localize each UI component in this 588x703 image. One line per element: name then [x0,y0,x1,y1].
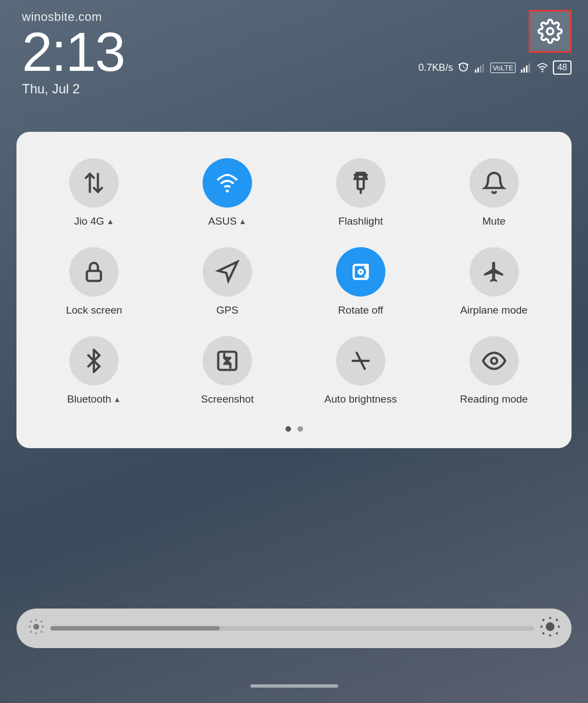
page-dots [27,426,561,432]
qs-item-autobrightness[interactable]: Auto brightness [294,326,428,415]
qs-item-flashlight[interactable]: Flashlight [294,148,428,237]
qs-label-autobrightness: Auto brightness [324,393,397,405]
svg-rect-3 [480,65,481,72]
qs-caret-bluetooth: ▲ [114,395,121,404]
qs-circle-readingmode [469,336,519,386]
settings-button[interactable] [529,10,572,53]
brightness-bar[interactable] [16,609,572,648]
qs-item-screenshot[interactable]: Screenshot [161,326,294,415]
qs-item-gps[interactable]: GPS [161,237,294,326]
svg-line-48 [543,633,544,634]
quick-settings-panel: Jio 4G▲ASUS▲FlashlightMuteLock screenGPS… [16,132,572,448]
clock-time: 2:13 [22,24,125,79]
svg-point-31 [491,358,497,364]
svg-rect-13 [357,179,363,189]
svg-line-49 [556,619,557,620]
svg-line-47 [556,633,557,634]
svg-rect-7 [526,65,528,72]
brightness-fill [51,626,220,631]
qs-label-bluetooth: Bluetooth▲ [67,393,121,405]
date-label: Thu, Jul 2 [22,81,125,97]
qs-item-jio4g[interactable]: Jio 4G▲ [27,148,161,237]
time-block: winosbite.com 2:13 Thu, Jul 2 [22,10,125,97]
svg-rect-18 [87,271,102,281]
qs-item-mute[interactable]: Mute [427,148,561,237]
svg-line-38 [41,632,42,633]
qs-item-wifi[interactable]: ASUS▲ [161,148,294,237]
svg-line-37 [31,621,32,622]
qs-circle-wifi [203,158,252,208]
svg-rect-4 [483,64,484,73]
svg-rect-1 [475,70,477,73]
svg-point-12 [226,189,229,193]
battery-label: 48 [553,60,572,75]
website-label: winosbite.com [22,10,125,24]
svg-rect-2 [478,68,479,72]
qs-label-rotateoff: Rotate off [338,304,383,316]
qs-circle-bluetooth [69,336,119,386]
svg-rect-5 [521,70,523,73]
qs-label-flashlight: Flashlight [338,215,383,227]
qs-caret-wifi: ▲ [239,217,247,226]
status-bar: winosbite.com 2:13 Thu, Jul 2 0.7KB/s Vo… [0,0,588,102]
page-dot-1 [298,426,303,432]
brightness-high-icon [540,616,561,641]
brightness-track[interactable] [51,626,534,631]
qs-item-bluetooth[interactable]: Bluetooth▲ [27,326,161,415]
qs-label-jio4g: Jio 4G▲ [74,215,114,227]
qs-grid: Jio 4G▲ASUS▲FlashlightMuteLock screenGPS… [27,148,561,415]
qs-circle-jio4g [69,158,119,208]
qs-circle-mute [469,158,519,208]
qs-circle-lockscreen [69,247,119,297]
svg-rect-8 [529,64,530,73]
qs-item-lockscreen[interactable]: Lock screen [27,237,161,326]
svg-point-9 [542,71,544,72]
qs-circle-rotateoff [336,247,385,297]
qs-label-screenshot: Screenshot [201,393,254,405]
status-icons: 0.7KB/s VoLTE 48 [418,60,572,75]
svg-line-46 [543,619,544,620]
svg-marker-19 [219,262,238,281]
right-status: 0.7KB/s VoLTE 48 [418,10,572,75]
qs-label-mute: Mute [483,215,506,227]
home-indicator [250,684,338,688]
brightness-low-icon [27,618,45,639]
speed-label: 0.7KB/s [418,62,453,74]
qs-label-wifi: ASUS▲ [208,215,247,227]
svg-point-41 [546,622,555,631]
svg-rect-6 [524,68,525,72]
svg-point-32 [33,624,40,630]
qs-label-gps: GPS [216,304,238,316]
qs-label-readingmode: Reading mode [460,393,528,405]
svg-line-39 [31,632,32,633]
qs-circle-flashlight [336,158,385,208]
qs-caret-jio4g: ▲ [107,217,114,226]
qs-item-readingmode[interactable]: Reading mode [427,326,561,415]
qs-circle-autobrightness [336,336,385,386]
svg-line-40 [41,621,42,622]
page-dot-0 [285,426,291,432]
qs-label-lockscreen: Lock screen [66,304,122,316]
qs-item-rotateoff[interactable]: Rotate off [294,237,428,326]
qs-circle-screenshot [203,336,252,386]
qs-item-airplanemode[interactable]: Airplane mode [427,237,561,326]
qs-circle-gps [203,247,252,297]
qs-circle-airplanemode [469,247,519,297]
svg-point-21 [359,270,362,274]
qs-label-airplanemode: Airplane mode [460,304,528,316]
svg-point-0 [547,28,553,35]
